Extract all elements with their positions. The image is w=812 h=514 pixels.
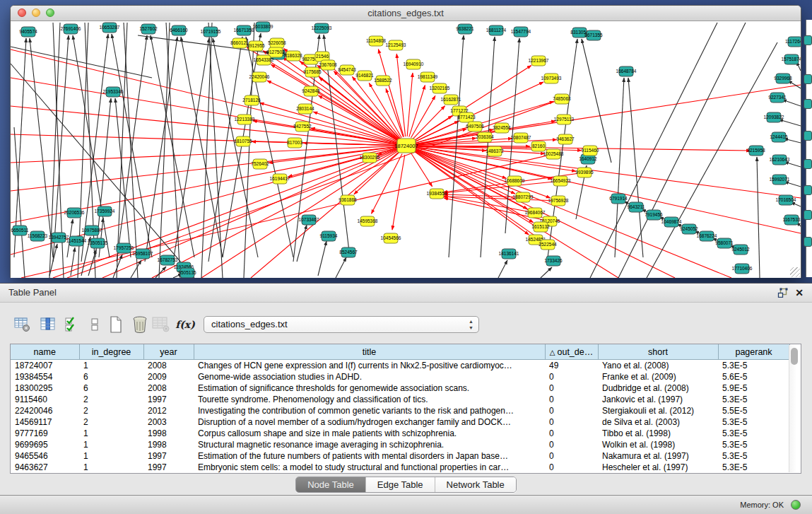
table-cell[interactable]: 6 <box>79 382 143 394</box>
graph-node[interactable]: 2036364 <box>476 132 494 142</box>
table-cell[interactable]: de Silva et al. (2003) <box>598 416 718 428</box>
graph-node[interactable] <box>804 99 812 109</box>
graph-node[interactable]: 8671355 <box>584 30 603 40</box>
column-header[interactable]: year <box>143 344 194 360</box>
graph-node[interactable]: 10973493 <box>541 74 562 83</box>
tab-network-table[interactable]: Network Table <box>435 477 516 492</box>
graph-node[interactable]: 16671358 <box>234 25 254 35</box>
graph-node[interactable]: 1527602 <box>139 24 158 34</box>
table-cell[interactable]: 2 <box>79 405 143 416</box>
graph-node[interactable]: 14595368 <box>358 216 378 226</box>
graph-node[interactable] <box>804 35 812 45</box>
graph-node[interactable]: 17710406 <box>732 264 753 274</box>
graph-node[interactable]: 1486372 <box>486 146 504 156</box>
table-cell[interactable]: 5.9E-5 <box>718 382 789 394</box>
graph-node[interactable]: 1167533 <box>783 215 801 225</box>
graph-node[interactable]: 10807487 <box>511 133 531 143</box>
graph-node[interactable]: 16210643 <box>770 155 790 165</box>
graph-node[interactable]: 2522544 <box>539 240 557 250</box>
graph-node[interactable]: 3824554 <box>493 123 511 133</box>
graph-node[interactable]: 9463627 <box>556 134 575 144</box>
graph-node[interactable]: 16782753 <box>158 255 178 265</box>
graph-node[interactable]: 19811349 <box>418 72 438 82</box>
close-panel-icon[interactable]: ✕ <box>795 286 804 300</box>
graph-node[interactable]: 9643211 <box>628 202 645 212</box>
graph-node[interactable]: 19384554 <box>427 189 447 199</box>
float-panel-icon[interactable] <box>777 288 788 298</box>
table-cell[interactable]: 19384554 <box>11 371 79 382</box>
graph-node[interactable]: 9580071 <box>715 238 734 248</box>
table-cell[interactable]: 2 <box>79 416 143 428</box>
graph-node[interactable] <box>804 237 812 247</box>
graph-node[interactable]: 2718126 <box>242 95 261 105</box>
table-cell[interactable]: 2008 <box>143 360 194 372</box>
table-cell[interactable]: 0 <box>545 428 598 439</box>
graph-node[interactable]: 16811274 <box>486 25 507 35</box>
graph-node[interactable]: 18807293 <box>513 192 534 202</box>
new-column-icon[interactable] <box>106 315 126 334</box>
graph-node[interactable]: 12125493 <box>386 40 406 50</box>
graph-node[interactable]: 9505135 <box>178 268 196 278</box>
window-titlebar[interactable]: citations_edges.txt <box>11 6 801 21</box>
graph-node[interactable]: 7919456 <box>645 210 663 220</box>
delete-table-icon[interactable] <box>151 315 171 334</box>
graph-node[interactable]: 14136141 <box>499 249 519 259</box>
table-row[interactable]: 946362711997Embryonic stem cells: a mode… <box>11 462 789 473</box>
graph-node[interactable]: 1615132 <box>531 222 550 232</box>
graph-node[interactable]: 8660123 <box>230 38 249 48</box>
graph-node[interactable]: 13202165 <box>430 83 450 93</box>
table-cell[interactable]: Stergiakouli et al. (2012) <box>598 405 718 416</box>
graph-node[interactable]: 82160 <box>531 141 546 151</box>
table-cell[interactable]: 1 <box>79 439 143 450</box>
table-cell[interactable]: Yano et al. (2008) <box>598 360 718 372</box>
graph-node[interactable]: 7485063 <box>553 94 571 104</box>
graph-node[interactable]: 11451544 <box>66 236 87 246</box>
table-cell[interactable]: 0 <box>545 405 598 416</box>
table-cell[interactable]: Tibbo et al. (1998) <box>598 428 718 439</box>
table-scrollbar[interactable] <box>789 345 800 472</box>
graph-node[interactable]: 16940910 <box>404 59 424 69</box>
graph-node[interactable]: 21953346 <box>103 87 124 97</box>
graph-node[interactable]: 9245012 <box>731 245 750 255</box>
graph-node[interactable]: 9175685 <box>303 67 322 77</box>
table-cell[interactable]: 9115460 <box>11 394 79 405</box>
graph-node[interactable]: 16033809 <box>253 22 273 32</box>
graph-node[interactable]: 10688609 <box>505 176 525 186</box>
table-cell[interactable]: 1 <box>79 360 143 372</box>
table-cell[interactable]: Embryonic stem cells: a model to study s… <box>194 462 545 473</box>
table-row[interactable]: 2242004622012Investigating the contribut… <box>11 405 789 416</box>
table-cell[interactable]: Dudbridge et al. (2008) <box>598 382 718 394</box>
table-cell[interactable]: 1 <box>79 428 143 439</box>
column-header[interactable]: name <box>11 344 79 360</box>
table-row[interactable]: 1938455462009Genome-wide association stu… <box>11 371 789 382</box>
table-cell[interactable]: 5.3E-5 <box>718 462 789 473</box>
graph-node[interactable]: 6650511 <box>11 226 29 235</box>
delete-column-icon[interactable] <box>130 315 150 334</box>
graph-node[interactable]: 12213967 <box>529 56 549 66</box>
resize-grip[interactable] <box>790 267 800 277</box>
table-row[interactable]: 1456911722003Disruption of a novel membe… <box>11 416 789 428</box>
graph-node[interactable]: 6466160 <box>170 25 188 35</box>
table-cell[interactable]: Hescheler et al. (1997) <box>598 462 718 473</box>
tab-node-table[interactable]: Node Table <box>296 477 365 492</box>
graph-node[interactable]: 9245052 <box>680 224 698 234</box>
graph-node[interactable]: 12225093 <box>312 23 332 33</box>
close-window-button[interactable] <box>18 8 26 17</box>
table-row[interactable]: 977716911998Corpus callosum shape and si… <box>11 428 789 439</box>
graph-node[interactable]: 12093822 <box>764 112 784 122</box>
table-cell[interactable]: 5.3E-5 <box>718 428 789 439</box>
table-cell[interactable]: 0 <box>545 394 598 405</box>
table-cell[interactable]: 1 <box>79 450 143 462</box>
table-row[interactable]: 969969511998Structural magnetic resonanc… <box>11 439 789 450</box>
table-row[interactable]: 946554611997Estimation of the future num… <box>11 450 789 462</box>
graph-node[interactable]: 16654923 <box>551 176 571 186</box>
graph-node[interactable]: 16543382 <box>254 55 274 65</box>
table-cell[interactable]: 14569117 <box>11 416 79 428</box>
graph-node[interactable]: 9146821 <box>355 71 374 81</box>
table-cell[interactable]: Nakamura et al. (1997) <box>598 450 718 462</box>
table-cell[interactable]: 0 <box>545 416 598 428</box>
table-cell[interactable]: 0 <box>545 450 598 462</box>
table-cell[interactable]: Investigating the contribution of common… <box>194 405 545 416</box>
table-row[interactable]: 1872400712008Changes of HCN gene express… <box>11 360 789 372</box>
table-cell[interactable]: Tourette syndrome. Phenomenology and cla… <box>194 394 545 405</box>
